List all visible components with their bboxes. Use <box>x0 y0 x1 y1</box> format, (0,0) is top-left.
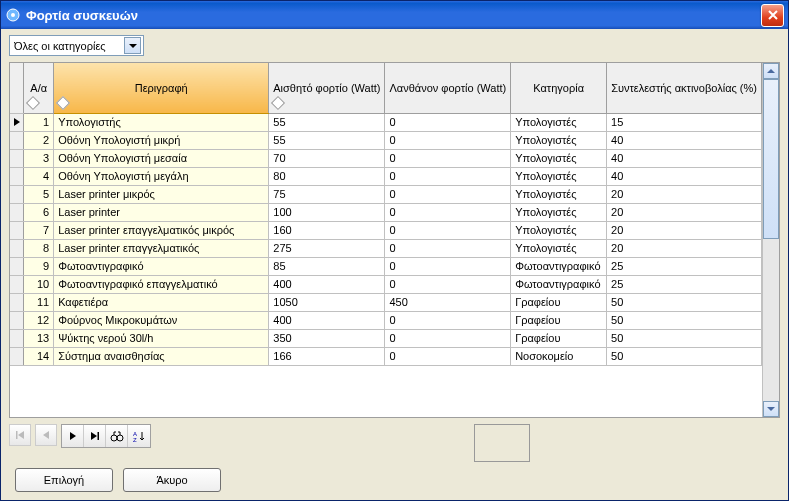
table-row[interactable]: 8Laser printer επαγγελματικός2750Υπολογι… <box>10 239 762 257</box>
cell-s[interactable]: 166 <box>269 347 385 365</box>
row-header[interactable] <box>10 239 24 257</box>
cell-desc[interactable]: Φωτοαντιγραφικό <box>54 257 269 275</box>
corner-header[interactable] <box>10 63 24 113</box>
row-header[interactable] <box>10 329 24 347</box>
nav-next-button[interactable] <box>62 425 84 447</box>
pin-icon[interactable] <box>273 95 283 110</box>
table-row[interactable]: 5Laser printer μικρός750Υπολογιστές20 <box>10 185 762 203</box>
cell-r[interactable]: 50 <box>607 329 762 347</box>
row-header[interactable] <box>10 131 24 149</box>
cell-l[interactable]: 0 <box>385 203 511 221</box>
table-row[interactable]: 3Οθόνη Υπολογιστή μεσαία700Υπολογιστές40 <box>10 149 762 167</box>
col-header-desc[interactable]: Περιγραφή <box>54 63 269 113</box>
cell-desc[interactable]: Laser printer επαγγελματικός <box>54 239 269 257</box>
cell-aa[interactable]: 1 <box>24 113 54 131</box>
table-row[interactable]: 9Φωτοαντιγραφικό850Φωτοαντιγραφικό25 <box>10 257 762 275</box>
cell-s[interactable]: 85 <box>269 257 385 275</box>
nav-last-button[interactable] <box>84 425 106 447</box>
col-header-aa[interactable]: Α/α <box>24 63 54 113</box>
col-header-category[interactable]: Κατηγορία <box>511 63 607 113</box>
cell-s[interactable]: 100 <box>269 203 385 221</box>
cell-desc[interactable]: Οθόνη Υπολογιστή μεσαία <box>54 149 269 167</box>
cell-s[interactable]: 80 <box>269 167 385 185</box>
cell-l[interactable]: 0 <box>385 311 511 329</box>
cell-r[interactable]: 20 <box>607 221 762 239</box>
scroll-down-button[interactable] <box>763 401 779 417</box>
table-row[interactable]: 13Ψύκτης νερού 30l/h3500Γραφείου50 <box>10 329 762 347</box>
cell-k[interactable]: Υπολογιστές <box>511 239 607 257</box>
cell-k[interactable]: Φωτοαντιγραφικό <box>511 257 607 275</box>
cell-r[interactable]: 20 <box>607 239 762 257</box>
cell-s[interactable]: 55 <box>269 113 385 131</box>
cell-aa[interactable]: 13 <box>24 329 54 347</box>
cell-s[interactable]: 55 <box>269 131 385 149</box>
cell-aa[interactable]: 14 <box>24 347 54 365</box>
cell-s[interactable]: 160 <box>269 221 385 239</box>
cell-r[interactable]: 20 <box>607 203 762 221</box>
select-button[interactable]: Επιλογή <box>15 468 113 492</box>
cell-desc[interactable]: Φούρνος Μικροκυμάτων <box>54 311 269 329</box>
cell-l[interactable]: 0 <box>385 185 511 203</box>
cell-desc[interactable]: Laser printer επαγγελματικός μικρός <box>54 221 269 239</box>
cell-l[interactable]: 0 <box>385 113 511 131</box>
cell-k[interactable]: Υπολογιστές <box>511 131 607 149</box>
col-header-latent[interactable]: Λανθάνον φορτίο (Watt) <box>385 63 511 113</box>
table-row[interactable]: 11Καφετιέρα1050450Γραφείου50 <box>10 293 762 311</box>
scrollbar-thumb[interactable] <box>763 79 779 239</box>
cell-k[interactable]: Φωτοαντιγραφικό <box>511 275 607 293</box>
close-button[interactable] <box>761 4 784 27</box>
cell-l[interactable]: 0 <box>385 257 511 275</box>
cell-aa[interactable]: 6 <box>24 203 54 221</box>
cell-s[interactable]: 70 <box>269 149 385 167</box>
cell-r[interactable]: 20 <box>607 185 762 203</box>
cell-aa[interactable]: 3 <box>24 149 54 167</box>
cell-r[interactable]: 40 <box>607 167 762 185</box>
row-header[interactable] <box>10 203 24 221</box>
category-filter[interactable]: Όλες οι κατηγορίες <box>9 35 144 56</box>
cell-r[interactable]: 50 <box>607 311 762 329</box>
cell-desc[interactable]: Laser printer <box>54 203 269 221</box>
cell-k[interactable]: Υπολογιστές <box>511 113 607 131</box>
cell-l[interactable]: 0 <box>385 131 511 149</box>
cell-aa[interactable]: 4 <box>24 167 54 185</box>
table-row[interactable]: 4Οθόνη Υπολογιστή μεγάλη800Υπολογιστές40 <box>10 167 762 185</box>
cell-l[interactable]: 0 <box>385 239 511 257</box>
cell-k[interactable]: Υπολογιστές <box>511 221 607 239</box>
cell-r[interactable]: 40 <box>607 131 762 149</box>
row-header[interactable] <box>10 113 24 131</box>
cell-aa[interactable]: 10 <box>24 275 54 293</box>
cell-desc[interactable]: Ψύκτης νερού 30l/h <box>54 329 269 347</box>
chevron-down-icon[interactable] <box>124 37 141 54</box>
table-row[interactable]: 14Σύστημα αναισθησίας1660Νοσοκομείο50 <box>10 347 762 365</box>
cell-s[interactable]: 1050 <box>269 293 385 311</box>
cell-s[interactable]: 400 <box>269 275 385 293</box>
pin-icon[interactable] <box>58 95 68 110</box>
titlebar[interactable]: Φορτία συσκευών <box>1 1 788 29</box>
cell-l[interactable]: 0 <box>385 347 511 365</box>
row-header[interactable] <box>10 257 24 275</box>
cell-r[interactable]: 50 <box>607 347 762 365</box>
cell-aa[interactable]: 5 <box>24 185 54 203</box>
cell-desc[interactable]: Υπολογιστής <box>54 113 269 131</box>
cell-k[interactable]: Υπολογιστές <box>511 203 607 221</box>
data-grid[interactable]: Α/α Περιγραφή Αισθητό φορτίο (Watt) Λανθ… <box>9 62 780 418</box>
row-header[interactable] <box>10 293 24 311</box>
table-row[interactable]: 12Φούρνος Μικροκυμάτων4000Γραφείου50 <box>10 311 762 329</box>
cell-l[interactable]: 0 <box>385 167 511 185</box>
cell-l[interactable]: 0 <box>385 149 511 167</box>
cell-desc[interactable]: Φωτοαντιγραφικό επαγγελματικό <box>54 275 269 293</box>
cell-r[interactable]: 40 <box>607 149 762 167</box>
cell-aa[interactable]: 8 <box>24 239 54 257</box>
cell-k[interactable]: Υπολογιστές <box>511 149 607 167</box>
row-header[interactable] <box>10 275 24 293</box>
row-header[interactable] <box>10 221 24 239</box>
cell-desc[interactable]: Καφετιέρα <box>54 293 269 311</box>
table-row[interactable]: 7Laser printer επαγγελματικός μικρός1600… <box>10 221 762 239</box>
cell-desc[interactable]: Οθόνη Υπολογιστή μεγάλη <box>54 167 269 185</box>
cell-r[interactable]: 25 <box>607 275 762 293</box>
cell-l[interactable]: 450 <box>385 293 511 311</box>
row-header[interactable] <box>10 167 24 185</box>
cell-desc[interactable]: Laser printer μικρός <box>54 185 269 203</box>
row-header[interactable] <box>10 185 24 203</box>
cell-r[interactable]: 15 <box>607 113 762 131</box>
